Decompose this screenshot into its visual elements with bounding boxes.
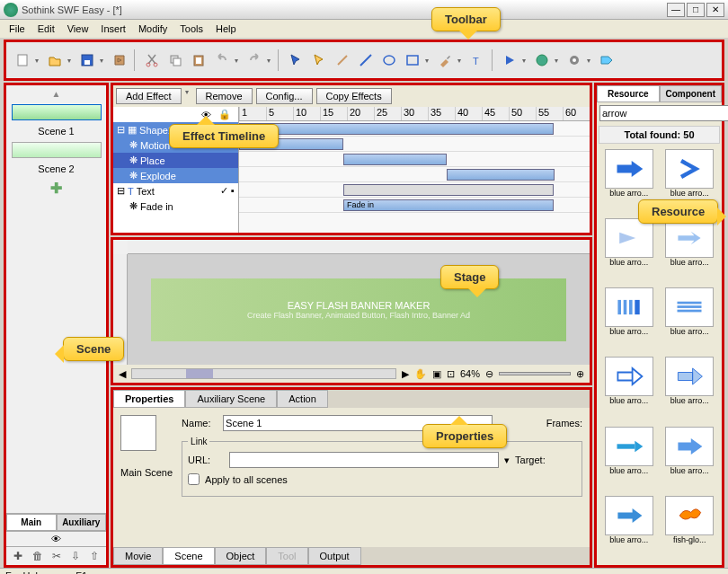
banner-preview[interactable]: EASY FLASH BANNER MAKER Create Flash Ban… xyxy=(151,278,567,341)
line-tool[interactable] xyxy=(355,49,377,71)
minimize-button[interactable]: — xyxy=(667,3,685,17)
btab-tool[interactable]: Tool xyxy=(266,547,307,565)
resource-item[interactable]: blue arro... xyxy=(600,357,658,422)
tab-component[interactable]: Component xyxy=(660,85,723,102)
zoom-in-icon[interactable]: ⊕ xyxy=(576,368,584,380)
tree-fadein[interactable]: ❋ Fade in xyxy=(113,199,238,214)
fit-icon[interactable]: ▣ xyxy=(432,368,441,380)
lock-icon[interactable]: 🔒 xyxy=(218,109,231,120)
add-scene-button[interactable]: ✚ xyxy=(50,180,62,197)
dropdown-icon[interactable]: ▾ xyxy=(587,57,594,65)
menu-file[interactable]: File xyxy=(4,22,31,36)
rect-tool[interactable] xyxy=(402,49,423,71)
tab-main[interactable]: Main xyxy=(6,514,57,531)
tab-properties[interactable]: Properties xyxy=(113,390,185,408)
publish-button[interactable] xyxy=(531,49,553,71)
menu-edit[interactable]: Edit xyxy=(32,22,60,36)
resource-item[interactable]: blue arro... xyxy=(600,218,658,284)
stage-canvas[interactable]: EASY FLASH BANNER MAKER Create Flash Ban… xyxy=(128,254,590,365)
copy-button[interactable] xyxy=(164,49,186,71)
play-button[interactable] xyxy=(499,49,520,71)
menu-insert[interactable]: Insert xyxy=(95,22,131,36)
btab-movie[interactable]: Movie xyxy=(113,547,163,565)
resource-item[interactable]: blue arro... xyxy=(661,218,719,284)
btab-output[interactable]: Output xyxy=(308,547,361,565)
remove-button[interactable]: Remove xyxy=(196,88,253,104)
scene-thumb-1[interactable] xyxy=(12,104,102,120)
zoom-slider[interactable] xyxy=(499,372,571,375)
dropdown-icon[interactable]: ▾ xyxy=(35,57,42,65)
tree-place[interactable]: ❋ Place xyxy=(113,153,238,168)
down-icon[interactable]: ⇩ xyxy=(71,550,80,562)
actual-icon[interactable]: ⊡ xyxy=(447,368,455,380)
add-effect-button[interactable]: Add Effect xyxy=(116,88,182,104)
brush-tool[interactable] xyxy=(434,49,456,71)
timeline-grid[interactable]: 151015202530354045505560 Motion Fade in xyxy=(239,107,590,233)
scene-thumb-2[interactable] xyxy=(12,142,102,158)
resource-item[interactable]: blue arro... xyxy=(600,427,658,492)
add-icon[interactable]: ✚ xyxy=(13,550,22,562)
hand-icon[interactable]: ✋ xyxy=(414,368,427,380)
total-found-label: Total found: 50 xyxy=(599,126,720,144)
menu-tools[interactable]: Tools xyxy=(174,22,209,36)
scroll-right-icon[interactable]: ▶ xyxy=(402,368,409,380)
menu-view[interactable]: View xyxy=(62,22,94,36)
settings-button[interactable] xyxy=(564,49,585,71)
scroll-left-icon[interactable]: ◀ xyxy=(119,368,126,380)
tree-explode[interactable]: ❋ Explode xyxy=(113,168,238,183)
open-button[interactable] xyxy=(44,49,66,71)
btab-object[interactable]: Object xyxy=(215,547,267,565)
save-button[interactable] xyxy=(76,49,98,71)
dropdown-icon[interactable]: ▾ xyxy=(425,57,432,65)
tab-resource[interactable]: Resource xyxy=(597,85,660,102)
resource-item[interactable]: blue arro... xyxy=(600,496,658,561)
url-input[interactable] xyxy=(229,452,499,468)
new-button[interactable] xyxy=(12,49,33,71)
dropdown-icon[interactable]: ▾ xyxy=(504,455,510,466)
redo-button[interactable] xyxy=(244,49,265,71)
apply-all-checkbox[interactable] xyxy=(188,473,200,485)
up-icon[interactable]: ⇧ xyxy=(90,550,99,562)
scroll-up-icon[interactable]: ▲ xyxy=(52,89,61,99)
resource-item[interactable]: blue arro... xyxy=(600,287,658,353)
copy-effects-button[interactable]: Copy Effects xyxy=(316,88,392,104)
dropdown-icon[interactable]: ▾ xyxy=(267,57,274,65)
dropdown-icon[interactable]: ▾ xyxy=(555,57,562,65)
export-button[interactable] xyxy=(109,49,130,71)
tab-aux-scene[interactable]: Auxiliary Scene xyxy=(185,390,277,408)
resource-item[interactable]: fish-glo... xyxy=(661,496,719,561)
tab-auxiliary[interactable]: Auxiliary xyxy=(57,514,107,531)
paste-button[interactable] xyxy=(188,49,209,71)
oval-tool[interactable] xyxy=(378,49,400,71)
resource-item[interactable]: blue arro... xyxy=(661,427,719,492)
select-tool[interactable] xyxy=(285,49,306,71)
resource-item[interactable]: blue arro... xyxy=(661,357,719,422)
dropdown-icon[interactable]: ▾ xyxy=(100,57,107,65)
cut-icon[interactable]: ✂ xyxy=(52,550,61,562)
svg-rect-20 xyxy=(678,306,702,309)
zoom-out-icon[interactable]: ⊖ xyxy=(485,368,493,380)
undo-button[interactable] xyxy=(211,49,233,71)
text-tool[interactable]: T xyxy=(466,49,488,71)
menu-modify[interactable]: Modify xyxy=(133,22,173,36)
resource-search-input[interactable] xyxy=(599,105,728,121)
menu-help[interactable]: Help xyxy=(210,22,242,36)
dropdown-icon[interactable]: ▾ xyxy=(457,57,465,65)
resource-item[interactable]: blue arro... xyxy=(661,287,719,353)
eye-icon[interactable]: 👁 xyxy=(51,534,61,544)
pen-tool[interactable] xyxy=(332,49,353,71)
btab-scene[interactable]: Scene xyxy=(163,547,214,565)
cut-button[interactable] xyxy=(141,49,163,71)
transform-tool[interactable] xyxy=(308,49,330,71)
close-button[interactable]: ✕ xyxy=(706,3,724,17)
tree-text[interactable]: ⊟ T Text ✓ ▪ xyxy=(113,183,238,199)
config-button[interactable]: Config... xyxy=(256,88,313,104)
tag-button[interactable] xyxy=(596,49,617,71)
dropdown-icon[interactable]: ▾ xyxy=(235,57,242,65)
maximize-button[interactable]: □ xyxy=(687,3,705,17)
scrollbar-horizontal[interactable] xyxy=(131,368,396,379)
dropdown-icon[interactable]: ▾ xyxy=(522,57,529,65)
tab-action[interactable]: Action xyxy=(277,390,328,408)
trash-icon[interactable]: 🗑 xyxy=(32,550,43,562)
dropdown-icon[interactable]: ▾ xyxy=(67,57,75,65)
